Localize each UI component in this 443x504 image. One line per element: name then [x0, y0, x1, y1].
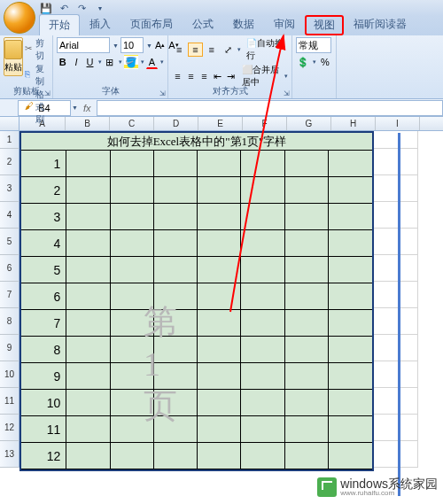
cell[interactable] — [329, 204, 372, 229]
border-button[interactable]: ⊞ — [104, 55, 115, 69]
cell[interactable] — [154, 283, 198, 309]
chevron-down-icon[interactable]: ▾ — [119, 58, 122, 66]
font-size-select[interactable] — [120, 37, 144, 53]
cell[interactable] — [111, 310, 154, 336]
align-center-button[interactable]: ≡ — [185, 69, 197, 83]
cell[interactable] — [241, 337, 284, 362]
cell[interactable] — [241, 310, 284, 336]
cell[interactable] — [329, 257, 372, 283]
cell[interactable] — [241, 177, 284, 203]
paste-button[interactable]: 粘贴 — [4, 37, 23, 76]
office-button[interactable] — [4, 2, 35, 34]
cell[interactable] — [329, 363, 372, 389]
cell[interactable] — [198, 443, 241, 469]
cell[interactable] — [329, 230, 372, 256]
cell[interactable] — [198, 151, 241, 176]
cell[interactable] — [66, 257, 110, 283]
row-header[interactable]: 9 — [0, 335, 19, 361]
cell[interactable] — [66, 283, 110, 309]
cell[interactable] — [111, 177, 154, 203]
cell[interactable] — [374, 149, 418, 175]
cell[interactable] — [285, 257, 329, 283]
cut-button[interactable]: ✂剪切 — [25, 37, 49, 62]
cell[interactable] — [374, 308, 418, 335]
bold-button[interactable]: B — [57, 55, 68, 69]
cell[interactable] — [329, 283, 372, 309]
align-middle-button[interactable]: ≡ — [188, 43, 202, 57]
font-color-button[interactable]: A — [146, 55, 158, 69]
cell[interactable] — [111, 257, 154, 283]
worksheet-grid[interactable]: 12345678910111213 如何去掉Excel表格中的"第1页"字样 1… — [0, 131, 443, 503]
cell[interactable] — [111, 337, 154, 362]
column-header[interactable]: C — [110, 117, 154, 130]
cell[interactable] — [66, 177, 110, 203]
cell[interactable] — [285, 337, 329, 362]
align-bottom-button[interactable]: ≡ — [205, 43, 219, 57]
chevron-down-icon[interactable]: ▼ — [72, 105, 78, 111]
cell[interactable] — [241, 204, 284, 229]
cell[interactable] — [154, 257, 198, 283]
cell[interactable] — [329, 443, 372, 469]
chevron-down-icon[interactable]: ▼ — [113, 43, 119, 49]
chevron-down-icon[interactable]: ▾ — [313, 58, 316, 66]
cell[interactable] — [111, 416, 154, 442]
cell[interactable] — [198, 177, 241, 203]
tab-view[interactable]: 视图 — [305, 15, 344, 35]
cell[interactable] — [329, 416, 372, 442]
cell[interactable] — [154, 416, 198, 442]
align-right-button[interactable]: ≡ — [198, 69, 210, 83]
italic-button[interactable]: I — [70, 55, 82, 69]
row-header[interactable]: 3 — [0, 175, 19, 202]
cell[interactable] — [66, 443, 110, 469]
cell[interactable] — [66, 390, 110, 415]
cell[interactable] — [285, 151, 329, 176]
cell[interactable] — [374, 335, 418, 361]
cell[interactable] — [198, 416, 241, 442]
cell[interactable] — [285, 390, 329, 415]
cell[interactable] — [329, 310, 372, 336]
cell[interactable] — [329, 151, 372, 176]
cell[interactable] — [374, 441, 418, 468]
formula-input[interactable] — [97, 100, 444, 116]
cell[interactable] — [198, 310, 241, 336]
chevron-down-icon[interactable]: ▾ — [237, 46, 241, 53]
cell[interactable] — [241, 257, 284, 283]
chevron-down-icon[interactable]: ▾ — [160, 58, 164, 66]
cell[interactable] — [285, 443, 329, 469]
column-header[interactable]: D — [154, 117, 198, 130]
copy-button[interactable]: ⎘复制 — [25, 63, 49, 88]
cell[interactable] — [154, 337, 198, 362]
cell[interactable] — [241, 230, 284, 256]
cell[interactable] — [241, 443, 284, 469]
cell[interactable] — [241, 283, 284, 309]
fx-label[interactable]: fx — [83, 103, 91, 113]
chevron-down-icon[interactable]: ▾ — [284, 73, 288, 80]
increase-indent-button[interactable]: ⇥ — [225, 69, 237, 83]
cell[interactable] — [66, 416, 110, 442]
tab-formulas[interactable]: 公式 — [183, 13, 223, 35]
cell[interactable] — [198, 257, 241, 283]
cell[interactable] — [111, 363, 154, 389]
cell[interactable] — [66, 204, 110, 229]
cell[interactable] — [285, 230, 329, 256]
cell[interactable] — [374, 361, 418, 388]
font-name-select[interactable] — [57, 37, 110, 53]
tab-home[interactable]: 开始 — [39, 14, 80, 35]
align-top-button[interactable]: ≡ — [172, 43, 186, 57]
row-header[interactable]: 7 — [0, 282, 19, 308]
number-format-select[interactable] — [296, 37, 331, 53]
cell[interactable] — [241, 151, 284, 176]
expand-icon[interactable]: ⇲ — [284, 89, 290, 97]
row-header[interactable]: 1 — [0, 131, 19, 149]
cell[interactable] — [154, 363, 198, 389]
row-header[interactable]: 10 — [0, 361, 19, 388]
cell[interactable] — [154, 390, 198, 415]
align-left-button[interactable]: ≡ — [172, 69, 183, 83]
chevron-down-icon[interactable]: ▾ — [141, 58, 144, 66]
chevron-down-icon[interactable]: ▾ — [98, 58, 102, 66]
percent-button[interactable]: % — [318, 55, 332, 69]
cell[interactable] — [66, 337, 110, 362]
cell[interactable] — [374, 175, 418, 202]
row-header[interactable]: 6 — [0, 255, 19, 282]
increase-font-button[interactable]: A▴ — [154, 38, 166, 52]
